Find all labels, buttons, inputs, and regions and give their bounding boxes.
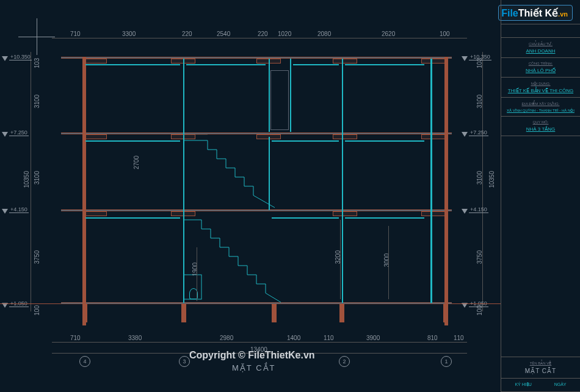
inner-dim-1900: 1900 bbox=[192, 263, 198, 276]
beam bbox=[333, 134, 357, 139]
wall-d bbox=[342, 59, 343, 303]
beam bbox=[421, 211, 446, 216]
dim-top-7: 2620 bbox=[382, 31, 395, 37]
dim-bot-5: 3900 bbox=[366, 335, 380, 341]
footing bbox=[272, 304, 277, 322]
dim-right-1: 3100 bbox=[476, 95, 483, 108]
tb-sheet-lbl: TÊN BẢN VẼ bbox=[504, 361, 578, 365]
ground-ext-r bbox=[452, 303, 501, 304]
copyright-watermark: Copyright © FileThietKe.vn bbox=[189, 350, 315, 361]
tb-scale: NHÀ 3 TẦNG bbox=[526, 126, 556, 132]
dim-left-total: 10350 bbox=[23, 171, 30, 188]
dim-right-2: 3100 bbox=[476, 171, 483, 184]
dim-left-4: 100 bbox=[34, 305, 40, 316]
beam bbox=[82, 59, 107, 64]
grid-4: 4 bbox=[79, 356, 90, 367]
dim-line-left bbox=[31, 52, 31, 311]
wall-seg bbox=[85, 140, 180, 142]
wall-seg bbox=[186, 64, 266, 65]
elev-2r: +4.150 bbox=[469, 206, 488, 213]
idl bbox=[388, 226, 389, 299]
cad-canvas[interactable]: 710 3300 220 2540 220 1020 2080 2620 100… bbox=[0, 0, 501, 392]
dim-bot-1: 3380 bbox=[128, 335, 142, 341]
col-4 bbox=[444, 57, 448, 325]
elev-1r: +7.250 bbox=[469, 129, 488, 136]
dim-bot-6: 810 bbox=[427, 335, 438, 341]
tb-client: ANH DOANH bbox=[526, 48, 555, 54]
tb-footer-1: KÝ HIỆU bbox=[515, 382, 531, 388]
beam bbox=[82, 211, 107, 216]
footing bbox=[443, 304, 448, 322]
elev-2l: +4.150 bbox=[9, 206, 29, 213]
beam bbox=[421, 134, 446, 139]
grid-3: 3 bbox=[179, 356, 190, 367]
dim-top-2: 220 bbox=[182, 31, 192, 37]
wall-seg bbox=[293, 64, 339, 65]
grid-1: 1 bbox=[441, 356, 452, 367]
elev-0l: +10.350 bbox=[9, 54, 32, 60]
dim-top-1: 3300 bbox=[122, 31, 136, 37]
beam bbox=[421, 59, 446, 64]
wall-e bbox=[430, 59, 432, 303]
tb-project-lbl: CÔNG TRÌNH: bbox=[504, 62, 578, 65]
tb-sheet: MẶT CẮT bbox=[525, 368, 556, 374]
footing bbox=[82, 304, 87, 322]
tb-content: THIẾT KẾ BẢN VẼ THI CÔNG bbox=[508, 88, 573, 93]
dim-left-0: 103 bbox=[34, 58, 40, 68]
dim-top-4: 220 bbox=[258, 31, 268, 37]
stair-lower bbox=[183, 214, 281, 305]
tb-scale-lbl: QUY MÔ: bbox=[504, 120, 578, 124]
tb-project: NHÀ LÔ PHỐ bbox=[526, 68, 556, 73]
door-opening bbox=[270, 70, 289, 130]
dim-right-total: 10350 bbox=[488, 171, 495, 188]
inner-dim-3000: 3000 bbox=[383, 253, 390, 267]
dim-bot-4: 110 bbox=[324, 335, 334, 341]
ucs-icon bbox=[18, 18, 55, 55]
dim-top-0: 710 bbox=[70, 31, 81, 37]
tb-addr-lbl: ĐỊA ĐIỂM XÂY DỰNG: bbox=[504, 101, 578, 106]
tb-content-lbl: NỘI DUNG: bbox=[504, 81, 578, 85]
wall-seg bbox=[85, 217, 180, 219]
wall-seg bbox=[272, 140, 339, 142]
dim-left-1: 3100 bbox=[34, 95, 40, 108]
dim-top-6: 2080 bbox=[317, 31, 331, 37]
tb-addr: XÃ VĨNH QUỲNH - THANH TRÌ - HÀ NỘI bbox=[507, 109, 575, 112]
stair-upper bbox=[183, 134, 275, 214]
tb-footer-2: NGÀY bbox=[554, 382, 567, 388]
elev-1l: +7.250 bbox=[9, 129, 29, 136]
dim-top-3: 2540 bbox=[217, 31, 230, 37]
ground-ext-l bbox=[0, 303, 61, 304]
beam bbox=[333, 211, 357, 216]
grid-2: 2 bbox=[339, 356, 350, 367]
inner-dim-2700: 2700 bbox=[133, 156, 140, 169]
dim-line-top bbox=[52, 38, 467, 38]
beam bbox=[333, 59, 357, 64]
idl bbox=[197, 247, 197, 301]
col-1 bbox=[82, 57, 86, 325]
dim-bot-2: 2980 bbox=[220, 335, 233, 341]
wall-seg bbox=[85, 64, 180, 65]
dim-bot-7: 110 bbox=[454, 335, 464, 341]
dim-bot-0: 710 bbox=[70, 335, 81, 341]
wall-seg bbox=[345, 217, 424, 219]
dim-left-3: 3750 bbox=[34, 250, 40, 264]
dim-right-3: 3750 bbox=[476, 250, 483, 264]
wall-seg bbox=[345, 140, 424, 142]
wall-int bbox=[290, 59, 291, 132]
dim-line-bottom-1 bbox=[52, 342, 467, 343]
footing bbox=[339, 304, 344, 322]
beam bbox=[82, 134, 107, 139]
tb-client-lbl: CHỦ ĐẦU TƯ: bbox=[504, 42, 578, 46]
dim-top-5: 1020 bbox=[278, 31, 291, 37]
dim-left-2: 3100 bbox=[34, 171, 40, 184]
title-block: CHỦ ĐẦU TƯ: ANH DOANH CÔNG TRÌNH: NHÀ LÔ… bbox=[501, 0, 580, 392]
wall-c1 bbox=[269, 59, 270, 132]
dim-bot-3: 1400 bbox=[287, 335, 300, 341]
wall-seg bbox=[272, 217, 339, 219]
elev-0r: +10.350 bbox=[469, 54, 491, 60]
wall-seg bbox=[345, 64, 424, 65]
drawing-title-main: MẶT CẮT bbox=[232, 363, 275, 372]
dim-top-8: 100 bbox=[440, 31, 450, 37]
footing bbox=[181, 304, 186, 322]
idl bbox=[340, 220, 341, 299]
